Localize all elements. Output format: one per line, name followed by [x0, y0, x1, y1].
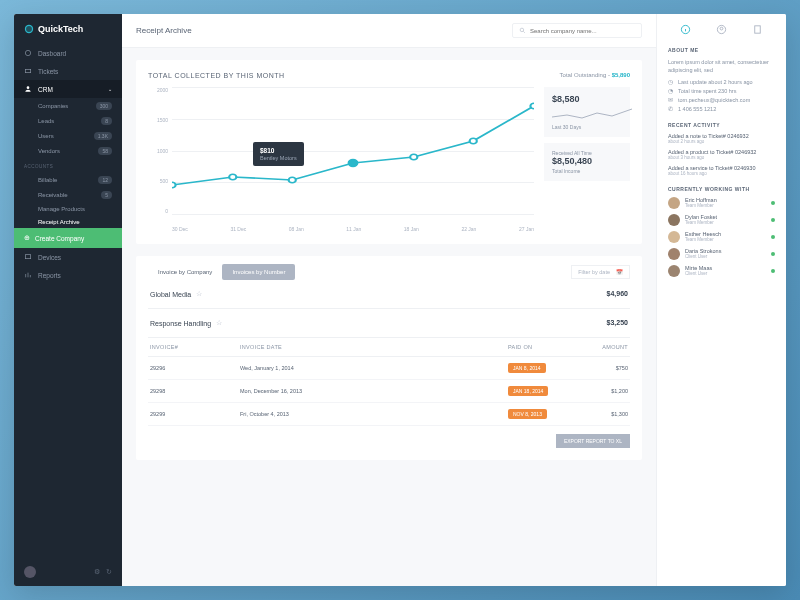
ticket-icon	[24, 67, 32, 75]
devices-icon	[24, 253, 32, 261]
sidebar: QuickTech Dasboard Tickets CRM⌄ Companie…	[14, 14, 122, 586]
chart-x-axis: 30 Dec31 Dec08 Jan11 Jan18 Jan22 Jan27 J…	[172, 226, 534, 232]
about-head: ABOUT ME	[668, 47, 775, 53]
person-item[interactable]: Eric HoffmanTeam Member	[668, 197, 775, 209]
sidebar-sub-users[interactable]: Users1.3K	[14, 128, 122, 143]
chevron-down-icon: ⌄	[108, 86, 112, 92]
working-head: CURRENTLY WORKING WITH	[668, 186, 775, 192]
search-icon	[519, 27, 526, 34]
filter-button[interactable]: Filter by date📅	[571, 265, 630, 279]
tab-invoice-by-company[interactable]: Invoice by Company	[148, 264, 222, 280]
calendar-icon: 📅	[616, 269, 623, 275]
outstanding-label: Total Outstanding - $5,890	[560, 72, 630, 78]
svg-point-11	[530, 103, 534, 109]
refresh-icon[interactable]: ↻	[106, 568, 112, 576]
sidebar-item-dashboard[interactable]: Dasboard	[14, 44, 122, 62]
activity-item[interactable]: Added a service to Ticket# 0246930about …	[668, 165, 775, 176]
svg-point-8	[349, 160, 358, 167]
sidebar-sub-vendors[interactable]: Vendors58	[14, 143, 122, 158]
table-header: INVOICE# INVOICE DATE PAID ON AMOUNT	[148, 338, 630, 357]
svg-point-9	[410, 154, 417, 160]
svg-point-4	[520, 28, 524, 32]
person-item[interactable]: Esther HeeschTeam Member	[668, 231, 775, 243]
svg-rect-3	[25, 255, 30, 259]
table-row[interactable]: 29296 Wed, January 1, 2014 JAN 8, 2014 $…	[148, 357, 630, 380]
stat-last-30: $8,580 Last 30 Days	[544, 87, 630, 137]
phone-icon: ✆	[668, 106, 674, 112]
invoice-tabs: Invoice by Company Invoices by Number Fi…	[148, 264, 630, 280]
about-text: Lorem ipsum dolor sit amet, consectetuer…	[668, 58, 775, 75]
reports-icon	[24, 271, 32, 279]
sidebar-item-crm[interactable]: CRM⌄	[14, 80, 122, 98]
right-panel: ABOUT ME Lorem ipsum dolor sit amet, con…	[656, 14, 786, 586]
svg-point-6	[229, 174, 236, 180]
meta-time: ◔Total time spent 230 hrs	[668, 88, 775, 94]
svg-point-10	[470, 138, 477, 144]
person-item[interactable]: Mirte MaasClient User	[668, 265, 775, 277]
avatar[interactable]	[24, 566, 36, 578]
sidebar-item-devices[interactable]: Devices	[14, 248, 122, 266]
activity-item[interactable]: Added a note to Ticket# 0246932about 2 h…	[668, 133, 775, 144]
person-item[interactable]: Dylan FosketTeam Member	[668, 214, 775, 226]
chart-card: TOTAL COLLECTED BY THIS MONTH Total Outs…	[136, 60, 642, 244]
sidebar-sub-receivable[interactable]: Receivable5	[14, 187, 122, 202]
create-company-button[interactable]: ⊕Create Company	[14, 228, 122, 248]
sidebar-sub-receipt-archive[interactable]: Receipt Archive	[14, 215, 122, 228]
group-global-media[interactable]: Global Media☆ $4,960	[148, 280, 630, 309]
pin-icon: ☆	[196, 290, 202, 298]
clock-icon: ◷	[668, 79, 674, 85]
profile-icon[interactable]	[716, 24, 727, 35]
table-row[interactable]: 29299 Fri, October 4, 2013 NOV 8, 2013 $…	[148, 403, 630, 426]
dashboard-icon	[24, 49, 32, 57]
sidebar-footer: ⚙↻	[14, 558, 122, 586]
invoice-card: Invoice by Company Invoices by Number Fi…	[136, 256, 642, 460]
svg-rect-15	[754, 26, 760, 33]
sidebar-sub-leads[interactable]: Leads8	[14, 113, 122, 128]
settings-icon[interactable]: ⚙	[94, 568, 100, 576]
plus-icon: ⊕	[24, 234, 30, 242]
svg-rect-1	[25, 69, 30, 72]
sidebar-sub-manage-products[interactable]: Manage Products	[14, 202, 122, 215]
svg-point-0	[25, 50, 30, 55]
content: TOTAL COLLECTED BY THIS MONTH Total Outs…	[122, 48, 656, 586]
meta-updated: ◷Last update about 2 hours ago	[668, 79, 775, 85]
pin-icon: ☆	[216, 319, 222, 327]
export-button[interactable]: EXPORT REPORT TO XL	[556, 434, 630, 448]
meta-email: ✉tom.pecheux@quicktech.com	[668, 97, 775, 103]
tab-invoices-by-number[interactable]: Invoices by Number	[222, 264, 295, 280]
search-input[interactable]	[530, 28, 635, 34]
chart-area[interactable]: 2000150010005000	[148, 87, 534, 232]
search-box[interactable]	[512, 23, 642, 38]
sidebar-item-reports[interactable]: Reports	[14, 266, 122, 284]
meta-phone: ✆1 406 555 1212	[668, 106, 775, 112]
accounts-group-label: ACCOUNTS	[14, 158, 122, 172]
mail-icon: ✉	[668, 97, 674, 103]
table-row[interactable]: 29298 Mon, December 16, 2013 JAN 18, 201…	[148, 380, 630, 403]
person-item[interactable]: Daria StrokonsClient User	[668, 248, 775, 260]
svg-point-7	[289, 177, 296, 183]
info-icon[interactable]	[680, 24, 691, 35]
svg-point-2	[27, 86, 30, 89]
sidebar-item-tickets[interactable]: Tickets	[14, 62, 122, 80]
timer-icon: ◔	[668, 88, 674, 94]
stat-all-time: Received All Time $8,50,480 Total Income	[544, 143, 630, 181]
group-response-handling[interactable]: Response Handling☆ $3,250	[148, 309, 630, 338]
sidebar-sub-companies[interactable]: Companies300	[14, 98, 122, 113]
sidebar-sub-billable[interactable]: Billable12	[14, 172, 122, 187]
files-icon[interactable]	[752, 24, 763, 35]
chart-title: TOTAL COLLECTED BY THIS MONTH	[148, 72, 285, 79]
activity-item[interactable]: Added a product to Ticket# 0246932about …	[668, 149, 775, 160]
main: Receipt Archive TOTAL COLLECTED BY THIS …	[122, 14, 656, 586]
svg-point-14	[720, 27, 723, 30]
page-title: Receipt Archive	[136, 26, 192, 35]
logo: QuickTech	[14, 14, 122, 44]
chart-tooltip: $810 Bentley Motors	[253, 142, 304, 166]
topbar: Receipt Archive	[122, 14, 656, 48]
activity-head: RECENT ACTIVITY	[668, 122, 775, 128]
chart-y-axis: 2000150010005000	[148, 87, 168, 214]
chart-side-stats: $8,580 Last 30 Days Received All Time $8…	[544, 87, 630, 232]
users-icon	[24, 85, 32, 93]
svg-point-5	[172, 182, 176, 188]
